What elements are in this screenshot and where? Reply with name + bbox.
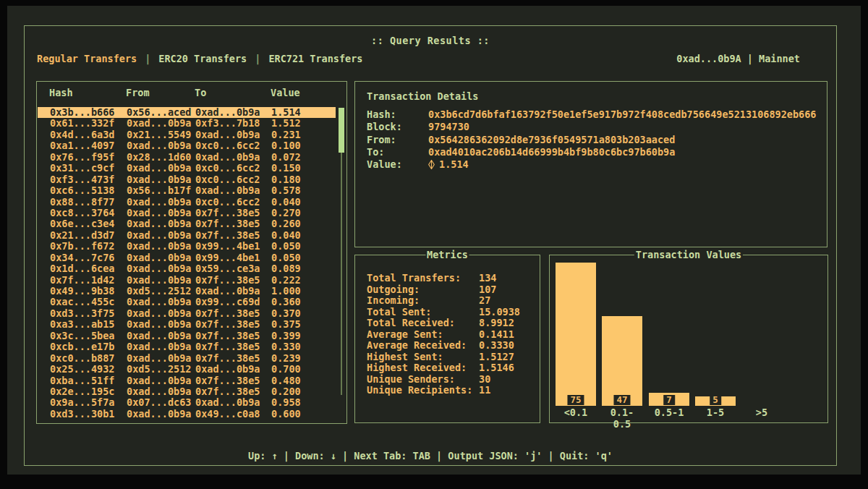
details-field: Block:9794730 (355, 121, 827, 133)
table-body: 0x3b...b6660x56...aced0xad...0b9a1.5140x… (38, 107, 336, 420)
metric-label: Total Received: (367, 318, 455, 329)
details-field-label: Block: (367, 121, 402, 133)
table-cell: 0x7f...38e5 (195, 319, 260, 330)
table-cell: 0x7f...38e5 (195, 331, 260, 341)
table-cell: 0.700 (271, 364, 301, 375)
metric-row: Total Sent:15.0938 (355, 307, 540, 318)
metric-value: 1.5146 (479, 362, 514, 374)
table-row[interactable]: 0x3c...5bea0xad...0b9a0x7f...38e50.399 (38, 331, 336, 341)
table-cell: 0.180 (271, 174, 301, 185)
scrollbar-thumb[interactable] (339, 108, 344, 153)
table-row[interactable]: 0xc0...b8870xad...0b9a0x7f...38e50.239 (38, 353, 336, 364)
table-cell: 0x07...dc63 (127, 397, 191, 408)
table-cell: 0x31...c9cf (50, 163, 114, 174)
table-cell: 0x61...332f (50, 118, 114, 129)
tab-erc20-transfers[interactable]: ERC20 Transfers (158, 53, 247, 64)
metric-label: Average Received: (367, 340, 467, 352)
metric-label: Total Transfers: (367, 273, 461, 284)
table-cell: 0xad...0b9a (127, 252, 191, 263)
table-cell: 0xf3...7b18 (195, 118, 260, 129)
table-cell: 0x34...7c76 (50, 252, 114, 263)
table-row[interactable]: 0xc8...37640xad...0b9a0x7f...38e50.270 (38, 208, 336, 218)
column-header-from: From (126, 87, 150, 98)
table-cell: 0x99...c69d (195, 297, 260, 307)
table-cell: 0xc0...6cc2 (195, 140, 260, 151)
table-row[interactable]: 0x49...9b380xd5...25120xad...0b9a1.000 (38, 286, 336, 297)
table-row[interactable]: 0x25...49320xd5...25120xad...0b9a0.700 (38, 364, 336, 375)
metric-value: 107 (479, 284, 496, 296)
table-row[interactable]: 0xcb...e17b0xad...0b9a0x7f...38e50.330 (38, 341, 336, 352)
table-cell: 0xc0...6cc2 (195, 174, 260, 185)
table-cell: 0xad...0b9a (127, 297, 191, 307)
table-row[interactable]: 0xc6...51380x56...b17f0xad...0b9a0.578 (38, 185, 336, 196)
histogram-bar: 7 (649, 393, 689, 406)
histogram-bar: 75 (556, 263, 596, 406)
table-row[interactable]: 0xd3...30b10xad...0b9a0x49...c0a80.600 (38, 409, 336, 420)
metric-label: Total Sent: (367, 307, 431, 318)
table-row[interactable]: 0x76...f95f0x28...1d600xad...0b9a0.072 (38, 152, 336, 163)
table-row[interactable]: 0x9a...5f7a0x07...dc630xad...0b9a0.958 (38, 397, 336, 408)
table-row[interactable]: 0x4d...6a3d0x21...55490xad...0b9a0.231 (38, 129, 336, 140)
table-cell: 0xad...0b9a (127, 341, 191, 352)
table-cell: 0xcb...e17b (50, 341, 114, 352)
metric-value: 0.3330 (479, 340, 514, 352)
table-cell: 0x7f...38e5 (195, 375, 260, 386)
table-cell: 0xc0...6cc2 (195, 197, 260, 208)
table-row[interactable]: 0x61...332f0xad...0b9a0xf3...7b181.512 (38, 118, 336, 129)
table-cell: 0xad...0b9a (127, 140, 191, 151)
table-row[interactable]: 0x31...c9cf0xad...0b9a0xc0...6cc20.150 (38, 163, 336, 174)
table-cell: 0xad...0b9a (195, 107, 260, 118)
tab-erc721-transfers[interactable]: ERC721 Transfers (268, 53, 362, 64)
table-cell: 0x88...8f77 (50, 197, 114, 208)
histogram-panel: Transaction Values 75<0.1470.1-0.570.5-1… (549, 255, 828, 423)
table-cell: 0xba...51ff (50, 375, 114, 386)
table-row[interactable]: 0xf3...473f0xad...0b9a0xc0...6cc20.180 (38, 174, 336, 185)
table-cell: 0.231 (271, 129, 301, 140)
wallet-address: 0xad...0b9A | Mainnet (676, 53, 800, 64)
histogram-plot: 75<0.1470.1-0.570.5-151-5>5 (550, 255, 827, 422)
details-field-value: 0x3b6cd7d6bfaf163792f50e1ef5e917b972f408… (428, 109, 816, 121)
column-header-hash: Hash (49, 87, 73, 98)
table-cell: 0x49...c0a8 (195, 409, 260, 420)
table-row[interactable]: 0x34...7c760xad...0b9a0x99...4be10.050 (38, 252, 336, 263)
metrics-list: Total Transfers:134Outgoing:107Incoming:… (355, 273, 540, 396)
table-row[interactable]: 0xa3...ab150xad...0b9a0x7f...38e50.375 (38, 319, 336, 330)
table-cell: 0xad...0b9a (127, 409, 191, 420)
histogram-category-label: 0.1-0.5 (602, 407, 642, 430)
bar-value-label: 5 (710, 395, 721, 405)
table-cell: 0xad...0b9a (195, 286, 260, 297)
table-row[interactable]: 0xd3...3f750xad...0b9a0x7f...38e50.370 (38, 308, 336, 319)
table-cell: 0.050 (271, 252, 301, 263)
table-row[interactable]: 0x2e...195c0xad...0b9a0x7f...38e50.200 (38, 386, 336, 397)
metric-label: Highest Received: (367, 362, 467, 374)
table-cell: 0x7b...f672 (50, 241, 114, 252)
table-cell: 0x28...1d60 (127, 152, 191, 163)
table-cell: 0xad...0b9a (127, 241, 191, 252)
table-cell: 0xad...0b9a (127, 263, 191, 274)
table-cell: 0xd5...2512 (127, 364, 191, 375)
details-field: Hash:0x3b6cd7d6bfaf163792f50e1ef5e917b97… (355, 109, 827, 121)
table-row[interactable]: 0xac...455c0xad...0b9a0x99...c69d0.360 (38, 297, 336, 307)
metric-label: Highest Sent: (367, 352, 443, 363)
details-field-label: Hash: (367, 109, 396, 121)
metric-label: Average Sent: (367, 329, 443, 341)
table-row[interactable]: 0x6e...c3e40xad...0b9a0x7f...38e50.260 (38, 218, 336, 229)
table-row[interactable]: 0x3b...b6660x56...aced0xad...0b9a1.514 (38, 107, 336, 118)
table-cell: 0x7f...38e5 (195, 341, 260, 352)
table-cell: 0xf3...473f (50, 174, 114, 185)
table-row[interactable]: 0x7f...1d420xad...0b9a0x7f...38e50.222 (38, 275, 336, 286)
table-cell: 0xd3...30b1 (50, 409, 114, 420)
table-row[interactable]: 0x88...8f770xad...0b9a0xc0...6cc20.040 (38, 197, 336, 208)
table-row[interactable]: 0x1d...6cea0xad...0b9a0x59...ce3a0.089 (38, 263, 336, 274)
table-cell: 0x7f...38e5 (195, 275, 260, 286)
tab-regular-transfers[interactable]: Regular Transfers (37, 53, 137, 64)
table-row[interactable]: 0x7b...f6720xad...0b9a0x99...4be10.050 (38, 241, 336, 252)
metric-label: Outgoing: (367, 284, 420, 296)
table-row[interactable]: 0xa1...40970xad...0b9a0xc0...6cc20.100 (38, 140, 336, 151)
table-cell: 0xad...0b9a (127, 208, 191, 218)
metrics-panel: Metrics Total Transfers:134Outgoing:107I… (354, 255, 540, 423)
table-cell: 0xac...455c (50, 297, 114, 307)
table-row[interactable]: 0xba...51ff0xad...0b9a0x7f...38e50.480 (38, 375, 336, 386)
table-row[interactable]: 0x21...d3d70xad...0b9a0x7f...38e50.040 (38, 230, 336, 241)
details-field-label: Value: (367, 158, 402, 171)
